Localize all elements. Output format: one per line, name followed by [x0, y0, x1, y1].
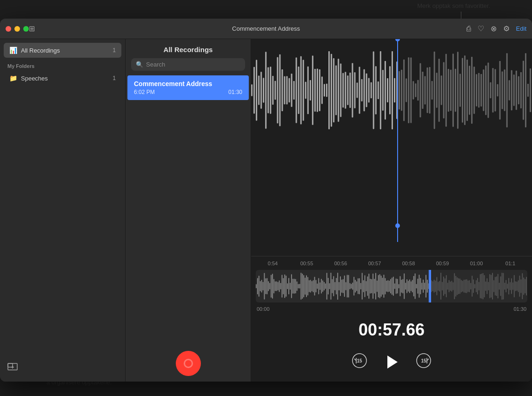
my-folders-header: My Folders	[0, 60, 125, 71]
svg-rect-195	[352, 282, 353, 289]
svg-rect-158	[302, 274, 303, 299]
svg-rect-224	[392, 278, 392, 295]
svg-rect-227	[396, 278, 397, 294]
svg-rect-39	[333, 58, 334, 122]
svg-rect-248	[424, 282, 425, 289]
svg-rect-294	[486, 278, 487, 294]
svg-rect-162	[307, 277, 308, 295]
play-button[interactable]	[381, 352, 402, 372]
svg-rect-166	[313, 280, 314, 292]
svg-rect-206	[367, 276, 368, 296]
svg-rect-70	[406, 79, 407, 102]
svg-rect-290	[481, 274, 482, 299]
svg-rect-203	[363, 280, 364, 292]
svg-rect-197	[355, 280, 356, 293]
sidebar-bottom	[0, 354, 125, 382]
svg-rect-317	[518, 280, 519, 292]
share-icon[interactable]: ⎙	[466, 25, 471, 33]
svg-rect-236	[408, 281, 409, 291]
svg-rect-151	[293, 279, 293, 294]
svg-rect-219	[385, 278, 386, 294]
record-button[interactable]	[176, 351, 201, 376]
svg-rect-240	[413, 276, 414, 296]
svg-rect-271	[455, 276, 456, 297]
svg-rect-117	[516, 71, 517, 110]
svg-rect-278	[465, 279, 466, 293]
svg-rect-16	[279, 54, 280, 126]
svg-rect-37	[328, 51, 330, 129]
new-folder-button[interactable]	[6, 360, 20, 376]
svg-rect-198	[356, 281, 357, 291]
svg-text:15: 15	[421, 358, 426, 363]
svg-rect-123	[530, 68, 531, 112]
svg-rect-89	[450, 70, 452, 111]
sidebar-item-all-recordings[interactable]: 📊 All Recordings 1	[4, 43, 121, 58]
svg-rect-12	[270, 67, 271, 114]
svg-rect-152	[294, 279, 295, 294]
svg-rect-156	[299, 284, 300, 289]
svg-rect-56	[373, 52, 374, 129]
mini-time-start: 00:00	[257, 306, 270, 312]
svg-rect-91	[455, 69, 456, 112]
svg-rect-93	[459, 74, 461, 107]
svg-rect-73	[412, 81, 414, 99]
svg-rect-208	[370, 279, 371, 294]
recording-title: Commencement Address	[134, 80, 242, 87]
close-button[interactable]	[6, 26, 11, 32]
sidebar-toggle-icon[interactable]: ⊞	[29, 24, 35, 33]
svg-rect-302	[498, 274, 499, 299]
maximize-button[interactable]	[23, 26, 29, 32]
search-input[interactable]	[146, 61, 240, 68]
svg-rect-143	[281, 275, 282, 298]
svg-rect-30	[312, 55, 313, 125]
svg-rect-71	[408, 57, 409, 123]
skip-back-button[interactable]: 15	[352, 353, 367, 371]
svg-rect-201	[360, 283, 361, 289]
trash-icon[interactable]: ⊗	[491, 24, 497, 33]
timeline-label-3: 00:57	[358, 261, 392, 266]
svg-rect-85	[441, 75, 442, 105]
svg-rect-9	[263, 78, 264, 102]
svg-rect-62	[387, 78, 388, 102]
recording-item-commencement[interactable]: Commencement Address 6:02 PM 01:30	[127, 75, 249, 100]
svg-rect-209	[371, 279, 372, 294]
svg-rect-261	[442, 282, 443, 290]
svg-rect-60	[382, 70, 384, 111]
search-bar[interactable]: 🔍	[131, 58, 245, 71]
svg-rect-270	[454, 273, 455, 299]
svg-rect-221	[387, 280, 388, 292]
svg-rect-264	[446, 275, 447, 297]
svg-rect-184	[337, 273, 338, 300]
svg-rect-157	[300, 273, 301, 300]
svg-rect-210	[372, 274, 373, 299]
svg-rect-281	[469, 280, 470, 292]
minimize-button[interactable]	[14, 26, 20, 32]
svg-rect-47	[352, 63, 353, 117]
titlebar: ⊞ Commencement Address ⎙ ♡ ⊗ ⚙ Edit	[0, 19, 532, 39]
edit-button[interactable]: Edit	[516, 25, 526, 32]
svg-rect-6	[256, 60, 257, 121]
svg-rect-105	[487, 63, 489, 118]
svg-rect-180	[332, 279, 333, 293]
svg-rect-59	[380, 51, 381, 129]
svg-rect-140	[278, 282, 279, 290]
skip-forward-button[interactable]: 15	[416, 353, 432, 371]
traffic-lights	[6, 26, 29, 32]
recording-duration: 01:30	[228, 89, 242, 95]
svg-rect-110	[499, 61, 501, 120]
svg-rect-165	[312, 281, 313, 291]
svg-rect-216	[381, 275, 382, 297]
timeline-label-1: 00:55	[290, 261, 324, 266]
svg-rect-87	[446, 54, 447, 127]
timeline-label-7: 01:1	[493, 261, 527, 266]
svg-rect-268	[451, 281, 452, 292]
svg-rect-141	[279, 281, 280, 292]
sidebar-item-speeches[interactable]: 📁 Speeches 1	[4, 72, 121, 85]
sliders-icon[interactable]: ⚙	[503, 24, 510, 33]
svg-rect-120	[523, 60, 524, 120]
svg-rect-112	[504, 69, 505, 111]
heart-icon[interactable]: ♡	[478, 24, 484, 33]
svg-rect-114	[509, 80, 510, 100]
svg-rect-249	[426, 275, 426, 297]
svg-rect-176	[326, 273, 327, 300]
